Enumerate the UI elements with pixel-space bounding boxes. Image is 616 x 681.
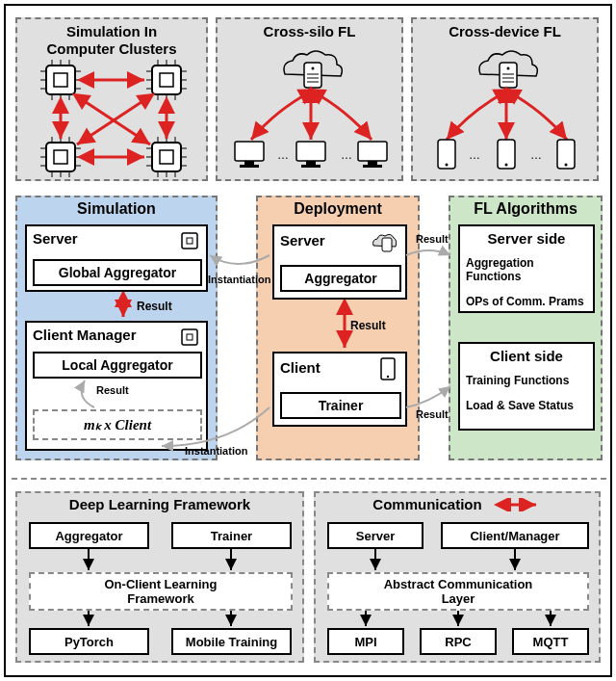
server-box: Server Global Aggregator [25, 224, 208, 292]
panel-title: Cross-silo FL [218, 19, 401, 40]
global-aggregator-box: Global Aggregator [33, 259, 202, 286]
device-graphic: …… [413, 43, 601, 183]
aggregator-box: Aggregator [29, 522, 149, 549]
trainer-box: Trainer [280, 392, 401, 419]
phone-icon [438, 140, 455, 169]
server-side-box: Server side Aggregation Functions OPs of… [458, 224, 595, 313]
local-aggregator-box: Local Aggregator [33, 352, 202, 379]
label: Server [280, 232, 325, 249]
monitor-icon [235, 142, 264, 168]
svg-rect-14 [152, 65, 181, 94]
cloud-server-icon [371, 230, 398, 253]
svg-point-63 [312, 67, 315, 70]
text: Training Functions [460, 372, 593, 389]
panel-sim-cluster: Simulation In Computer Clusters [15, 17, 208, 181]
svg-text:…: … [277, 148, 289, 162]
panel-title-row: Communication [316, 493, 599, 515]
svg-rect-70 [240, 165, 259, 168]
svg-rect-73 [301, 165, 321, 168]
onclient-box: On-Client Learning Framework [29, 572, 293, 611]
panel-title: Cross-device FL [413, 19, 597, 40]
result-label: Result [416, 408, 449, 420]
aggregator-box: Aggregator [280, 265, 401, 292]
svg-rect-0 [46, 65, 75, 94]
svg-rect-76 [363, 165, 382, 168]
rpc-box: RPC [420, 628, 497, 655]
chip-icon [146, 137, 187, 177]
svg-rect-62 [304, 63, 321, 88]
server-box: Server [327, 522, 424, 549]
svg-rect-71 [296, 142, 325, 161]
cloud-server-icon [479, 51, 537, 88]
result-label: Result [137, 300, 172, 313]
result-label: Result [96, 384, 129, 396]
panel-communication: Communication Server Client/Manager Abst… [314, 491, 601, 663]
svg-point-90 [565, 164, 568, 167]
panel-title: Simulation [17, 197, 216, 221]
client-manager-box: Client Manager Local Aggregator mₖ x Cli… [25, 321, 208, 451]
separator [12, 478, 606, 480]
phone-icon [498, 140, 515, 169]
silo-graphic: …… [218, 43, 405, 183]
panel-cross-silo: Cross-silo FL …… [216, 17, 403, 181]
diagram-root: Simulation In Computer Clusters [4, 4, 612, 677]
cloud-server-icon [284, 51, 342, 88]
mqtt-box: MQTT [512, 628, 589, 655]
label: Client Manager [33, 327, 137, 343]
red-double-arrow-icon [494, 498, 542, 511]
svg-rect-28 [46, 143, 75, 171]
chip-icon [179, 327, 200, 348]
svg-rect-68 [235, 142, 264, 161]
label: Server [33, 230, 78, 247]
text: OPs of Comm. Prams [460, 293, 593, 310]
svg-rect-74 [358, 142, 387, 161]
client-manager-box: Client/Manager [441, 522, 589, 549]
svg-rect-69 [244, 161, 254, 165]
svg-rect-72 [306, 161, 316, 165]
result-label: Result [416, 233, 449, 245]
svg-rect-93 [182, 233, 197, 249]
text: Load & Save Status [460, 397, 593, 414]
panel-title: Deep Learning Framework [17, 493, 302, 515]
panel-cross-device: Cross-device FL …… [411, 17, 599, 181]
label: Client side [460, 344, 593, 364]
chip-icon [40, 137, 81, 177]
svg-rect-98 [382, 238, 392, 251]
instantiation-label: Instantiation [208, 274, 270, 285]
panel-title: Simulation In Computer Clusters [17, 19, 206, 58]
abstract-comm-box: Abstract Communication Layer [327, 572, 589, 611]
mobile-training-box: Mobile Training [171, 628, 292, 655]
label: Server side [460, 226, 593, 247]
sim-cluster-graphic [17, 58, 210, 183]
monitor-icon [296, 142, 325, 168]
svg-point-88 [505, 164, 508, 167]
svg-rect-42 [152, 143, 181, 171]
label: Client [280, 359, 321, 376]
client-side-box: Client side Training Functions Load & Sa… [458, 342, 595, 431]
mk-client-box: mₖ x Client [33, 409, 202, 440]
panel-fl-algorithms: FL Algorithms Server side Aggregation Fu… [449, 196, 603, 460]
text: Aggregation Functions [460, 254, 593, 285]
instantiation-label: Instantiation [185, 445, 247, 457]
panel-dl-framework: Deep Learning Framework Aggregator Train… [15, 491, 304, 663]
svg-text:…: … [469, 148, 480, 162]
panel-title: Communication [372, 496, 481, 512]
pytorch-box: PyTorch [29, 628, 149, 655]
panel-title: Deployment [258, 197, 418, 221]
panel-simulation: Simulation Server Global Aggregator Clie… [15, 196, 218, 460]
svg-point-86 [446, 164, 449, 167]
red-double-arrow-icon [109, 292, 138, 321]
chip-icon [146, 60, 187, 100]
client-box: Client Trainer [272, 352, 407, 427]
mpi-box: MPI [327, 628, 404, 655]
svg-text:…: … [341, 148, 352, 162]
svg-point-80 [507, 67, 510, 70]
chip-icon [179, 230, 200, 251]
svg-rect-95 [182, 329, 197, 345]
svg-rect-79 [500, 63, 517, 88]
svg-rect-75 [368, 161, 377, 165]
trainer-box: Trainer [171, 522, 292, 549]
monitor-icon [358, 142, 387, 168]
server-box: Server Aggregator [272, 224, 407, 300]
phone-icon [380, 357, 396, 380]
